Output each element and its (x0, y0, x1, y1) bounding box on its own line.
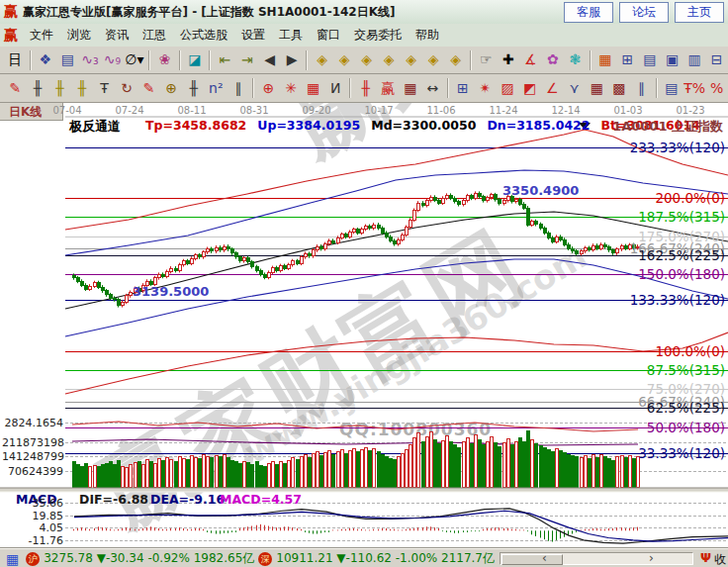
gold-section-ruler-icon[interactable]: ╫ (71, 77, 94, 100)
shanghai-market-icon[interactable]: 沪 (26, 552, 40, 566)
macd-dea-value: DEA=-9.16 (150, 492, 225, 507)
save-icon[interactable]: ▣ (661, 48, 683, 71)
calendar-icon[interactable]: ▦ (594, 48, 617, 71)
status-right-label[interactable]: 收 (714, 551, 726, 567)
first-page-icon[interactable]: ⇤ (214, 48, 236, 71)
crosshair-icon[interactable]: ✚ (498, 48, 520, 71)
menu-item-公式选股[interactable]: 公式选股 (180, 28, 228, 42)
price-mark-label: 3139.5000 (133, 284, 209, 299)
scrollbar-thumb[interactable] (501, 554, 563, 565)
gann-grid-icon[interactable]: ▦ (586, 77, 608, 100)
menu-item-浏览[interactable]: 浏览 (67, 28, 91, 42)
compass-tool-icon[interactable]: ⊕ (160, 77, 183, 100)
fibonacci-ruler-icon[interactable]: Ŧ (93, 77, 116, 100)
square-grid-icon[interactable]: ▦ (302, 77, 324, 100)
mind-icon[interactable]: ❃ (564, 48, 587, 71)
mirror-line-icon[interactable]: ∥ (228, 77, 250, 100)
gann-level-label: 233.33%(120) (630, 140, 725, 155)
menu-item-资讯[interactable]: 资讯 (105, 28, 129, 42)
horizontal-scrollbar[interactable]: ‹ › (500, 552, 693, 565)
parallel-line-icon[interactable]: ∥ (630, 77, 653, 100)
gann-diamond-right-icon[interactable]: ◈ (333, 48, 356, 71)
period-day-selector[interactable]: 日▾ (4, 48, 27, 71)
gann-rays-icon[interactable]: ✴ (474, 77, 497, 100)
width-measure-icon[interactable]: ↔ (421, 77, 444, 100)
gann-diamond-out-icon[interactable]: ◈ (422, 48, 445, 71)
macd-scale-label: 4.05 (8, 521, 63, 534)
indicator-param: Tp=3458.8682 (145, 118, 246, 136)
network-view-icon[interactable]: ❖ (35, 48, 57, 71)
menu-item-江恩[interactable]: 江恩 (142, 28, 166, 42)
red-fence-icon[interactable]: ╫ (354, 77, 377, 100)
box-chart-icon[interactable]: ⊞ (452, 77, 475, 100)
left-scale-label: 2824.1654 (2, 417, 63, 429)
target-circle-icon[interactable]: ⊕ (257, 77, 280, 100)
connection-antenna-icon: Ψ (700, 550, 711, 565)
gann-grid2-icon[interactable]: ▩ (608, 77, 631, 100)
gann-wrap-icon[interactable]: ❀ (153, 48, 176, 71)
spiral-tool-icon[interactable]: ↻ (116, 77, 138, 100)
percent-icon[interactable]: % (705, 77, 728, 100)
symbol-label: 1A0001 上证指数 (612, 118, 723, 136)
workstation-icon[interactable]: ⊟ (705, 48, 728, 71)
gann-level-label: 62.5%(225) (647, 400, 725, 416)
app-window: 赢 赢家江恩专业版[赢家服务平台] - [上证指数 SH1A0001-142日K… (0, 0, 728, 567)
menu-item-文件[interactable]: 文件 (30, 28, 53, 42)
menu-item-工具[interactable]: 工具 (279, 28, 303, 42)
menu-item-窗口[interactable]: 窗口 (317, 28, 340, 42)
last-page-icon[interactable]: ⇥ (236, 48, 259, 71)
gann-diamond-all-icon[interactable]: ◈ (444, 48, 467, 71)
gold-ratio-ruler-icon[interactable]: ╫ (48, 77, 71, 100)
candle-style-selector[interactable]: ∅▾ (124, 48, 146, 71)
angle-measure-icon[interactable]: ∠ (541, 77, 564, 100)
titlebar-button-主页[interactable]: 主页 (675, 2, 724, 23)
gann-diamond-up-icon[interactable]: ◈ (355, 48, 378, 71)
shenzhen-market-icon[interactable]: 深 (258, 552, 272, 566)
titlebar-button-客服[interactable]: 客服 (564, 2, 613, 23)
gann-fan-icon[interactable]: ▨ (497, 77, 519, 100)
percent-ruler-icon[interactable]: Ŧ% (682, 77, 705, 100)
macd-dea-line (74, 511, 728, 541)
square-number-icon[interactable]: n² (205, 77, 228, 100)
menu-item-帮助[interactable]: 帮助 (415, 28, 439, 42)
wave-3-icon[interactable]: ∿₃ (79, 48, 102, 71)
hand-tool-icon[interactable]: ☞ (475, 48, 498, 71)
menu-logo-icon: 赢 (4, 27, 18, 45)
notepad-icon[interactable]: ▤ (639, 48, 662, 71)
date-tick-07-04: 07-04 (46, 105, 89, 116)
titlebar-button-论坛[interactable]: 论坛 (619, 2, 669, 23)
prev-bar-icon[interactable]: ◀ (258, 48, 281, 71)
color-chart-icon[interactable]: ◪ (184, 48, 207, 71)
angle-line-icon[interactable]: ∡ (519, 48, 542, 71)
scroll-right-icon[interactable]: › (649, 551, 654, 565)
festival-icon[interactable]: ✿ (542, 48, 565, 71)
list-panel-icon[interactable]: ▤ (661, 77, 683, 100)
time-ruler-icon[interactable]: ╫ (27, 77, 49, 100)
grid-123-icon[interactable]: ▦ (400, 77, 422, 100)
gann-diamond-down-icon[interactable]: ◈ (378, 48, 401, 71)
menu-item-交易委托[interactable]: 交易委托 (354, 28, 402, 42)
quote-table-icon[interactable]: ▦ (6, 551, 19, 567)
gann-level-label: 162.5%(225) (638, 247, 725, 263)
kline-mark-icon[interactable]: И (324, 77, 347, 100)
star-rays-icon[interactable]: ✳ (280, 77, 303, 100)
printer-icon[interactable]: ▥ (683, 48, 706, 71)
next-bar-icon[interactable]: ▶ (281, 48, 304, 71)
calculator-icon[interactable]: ⊞ (616, 48, 639, 71)
cycle-ruler-icon[interactable]: ╫ (183, 77, 206, 100)
report-card-icon[interactable]: ▤ (56, 48, 79, 71)
vee-line-icon[interactable]: ⋎ (563, 77, 586, 100)
gann-fan2-icon[interactable]: ◩ (518, 77, 541, 100)
gann-diamond-in-icon[interactable]: ◈ (400, 48, 422, 71)
wave-9-icon[interactable]: ∿₉ (101, 48, 124, 71)
date-tick-10-17: 10-17 (357, 105, 401, 116)
kline-chart-canvas[interactable] (0, 103, 728, 547)
gann-diamond-left-icon[interactable]: ◈ (311, 48, 333, 71)
draw-pencil-icon[interactable]: ✎ (4, 77, 27, 100)
winner-tool-icon[interactable]: 赢 (377, 77, 400, 100)
scroll-left-icon[interactable]: ‹ (542, 551, 547, 565)
menu-item-设置[interactable]: 设置 (241, 28, 265, 42)
left-scale-label: 70624399 (2, 465, 63, 478)
gann-level-label: 33.33%(120) (638, 445, 725, 461)
mark-pencil-icon[interactable]: ✎ (137, 77, 160, 100)
